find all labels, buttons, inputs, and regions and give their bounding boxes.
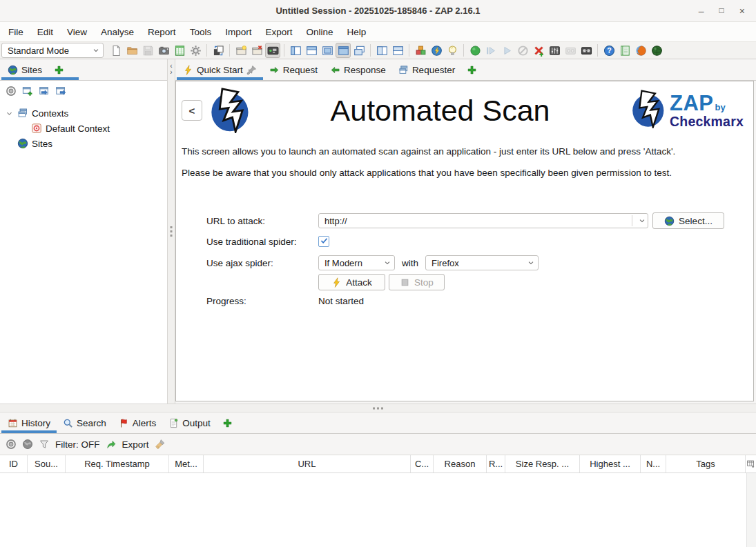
menu-import[interactable]: Import	[218, 24, 258, 40]
user-guide-icon	[619, 45, 631, 57]
context-export-button[interactable]	[55, 86, 66, 97]
toolbar-continue-button[interactable]	[499, 43, 514, 58]
context-new-button[interactable]	[22, 86, 33, 97]
menu-tools[interactable]: Tools	[183, 24, 219, 40]
toolbar-layout-max-button[interactable]	[336, 43, 351, 58]
tab-search[interactable]: Search	[57, 412, 113, 433]
column-header-tags[interactable]: Tags	[666, 455, 746, 473]
mode-select[interactable]: Standard Mode	[1, 43, 104, 58]
tab-output[interactable]: Output	[162, 412, 217, 433]
tree-item-contexts[interactable]: Contexts	[0, 106, 167, 121]
tab-quick-start[interactable]: Quick Start	[177, 59, 263, 80]
history-table-body[interactable]	[0, 473, 756, 547]
tab-alerts[interactable]: Alerts	[113, 412, 163, 433]
tab-request[interactable]: Request	[263, 59, 324, 80]
tree-item-label: Sites	[32, 139, 52, 149]
toolbar-snapshot-session-button[interactable]	[156, 43, 171, 58]
toolbar-layout-rows-button[interactable]	[390, 43, 405, 58]
vertical-splitter[interactable]: ‹›	[167, 59, 175, 404]
column-header-id[interactable]: ID	[0, 455, 28, 473]
menu-view[interactable]: View	[60, 24, 94, 40]
column-header-n[interactable]: N...	[641, 455, 666, 473]
menu-help[interactable]: Help	[340, 24, 373, 40]
toolbar-check-updates-button[interactable]	[429, 43, 444, 58]
context-import-button[interactable]	[39, 86, 50, 97]
add-tab-button[interactable]	[48, 59, 70, 80]
add-tab-button[interactable]	[461, 59, 483, 80]
toolbar-rotate-panes-button[interactable]	[211, 43, 226, 58]
tab-requester[interactable]: Requester	[392, 59, 461, 80]
toolbar-layout-left-button[interactable]	[288, 43, 303, 58]
toolbar-open-session-button[interactable]	[124, 43, 139, 58]
add-tab-button[interactable]	[217, 412, 238, 433]
toolbar-drop-request-button[interactable]	[515, 43, 530, 58]
tab-sites[interactable]: Sites	[1, 59, 48, 80]
column-header-req-timestamp[interactable]: Req. Timestamp	[66, 455, 169, 473]
globe-grey-icon[interactable]	[22, 439, 33, 450]
column-header-met[interactable]: Met...	[169, 455, 204, 473]
toolbar-layout-full-button[interactable]	[320, 43, 335, 58]
column-header-c[interactable]: C...	[411, 455, 434, 473]
column-header-url[interactable]: URL	[204, 455, 411, 473]
tab-history[interactable]: History	[1, 412, 57, 433]
toolbar-user-guide-button[interactable]	[617, 43, 632, 58]
chevron-down-icon[interactable]	[638, 217, 646, 225]
close-button[interactable]: ×	[739, 6, 745, 16]
scrollbar[interactable]	[746, 473, 756, 547]
column-header-highest[interactable]: Highest ...	[580, 455, 641, 473]
back-button[interactable]: <	[182, 100, 202, 121]
url-input[interactable]: http://	[318, 213, 648, 228]
broom-icon[interactable]	[155, 439, 166, 450]
toolbar-break-add-button[interactable]	[531, 43, 546, 58]
tree-item-default-context[interactable]: Default Context	[0, 121, 167, 136]
browser-select[interactable]: Firefox	[425, 255, 539, 270]
maximize-button[interactable]: □	[719, 6, 724, 16]
column-header-r[interactable]: R...	[487, 455, 505, 473]
column-header-size-resp[interactable]: Size Resp. ...	[505, 455, 580, 473]
toolbar-layout-cols-button[interactable]	[374, 43, 389, 58]
minimize-button[interactable]: –	[699, 6, 704, 16]
menu-report[interactable]: Report	[141, 24, 183, 40]
toolbar-step-button[interactable]	[483, 43, 498, 58]
toolbar-manage-addons-button[interactable]	[413, 43, 428, 58]
tab-scroll-buttons[interactable]: ‹›	[168, 63, 175, 75]
toolbar-layout-restore-button[interactable]	[351, 43, 367, 58]
menu-file[interactable]: File	[1, 24, 30, 40]
toolbar-options-gear-button[interactable]	[188, 43, 203, 58]
menu-edit[interactable]: Edit	[30, 24, 60, 40]
tree-item-sites[interactable]: Sites	[0, 136, 167, 151]
ajax-spider-select[interactable]: If Modern	[318, 255, 395, 270]
toolbar-break-bt-button[interactable]	[265, 43, 280, 58]
toolbar-scan-policy-button[interactable]	[547, 43, 562, 58]
menu-export[interactable]: Export	[258, 24, 299, 40]
toolbar-new-session-button[interactable]	[108, 43, 124, 58]
toolbar-record-client-button[interactable]	[467, 43, 483, 58]
filter-funnel-icon[interactable]	[39, 439, 50, 450]
expander-chevron-icon[interactable]	[4, 110, 14, 117]
toolbar-show-tab-lamp-button[interactable]	[233, 43, 249, 58]
toolbar-session-properties-button[interactable]	[172, 43, 187, 58]
menu-online[interactable]: Online	[299, 24, 340, 40]
traditional-spider-checkbox[interactable]	[318, 236, 329, 247]
scope-target-icon[interactable]	[6, 439, 17, 450]
horizontal-splitter[interactable]	[0, 404, 756, 412]
column-config-button[interactable]	[746, 455, 756, 473]
toolbar-layout-top-button[interactable]	[304, 43, 319, 58]
toolbar-browser-sphere-button[interactable]	[649, 43, 664, 58]
select-button[interactable]: Select...	[652, 212, 724, 229]
toolbar-bulb-button[interactable]	[445, 43, 460, 58]
export-arrow-icon[interactable]	[106, 439, 117, 450]
tab-response[interactable]: Response	[324, 59, 392, 80]
toolbar-hide-tab-x-button[interactable]	[249, 43, 264, 58]
column-header-reason[interactable]: Reason	[434, 455, 487, 473]
toolbar-help-button[interactable]: ?	[601, 43, 617, 58]
toolbar-cassette-button[interactable]	[579, 43, 594, 58]
menu-analyse[interactable]: Analyse	[94, 24, 141, 40]
svg-text:?: ?	[607, 46, 611, 54]
new-session-icon	[110, 45, 122, 57]
target-button[interactable]	[6, 86, 17, 97]
attack-button[interactable]: Attack	[318, 274, 385, 290]
column-header-sou[interactable]: Sou...	[28, 455, 66, 473]
toolbar-firefox-button[interactable]	[633, 43, 648, 58]
bulb-icon	[447, 45, 458, 57]
